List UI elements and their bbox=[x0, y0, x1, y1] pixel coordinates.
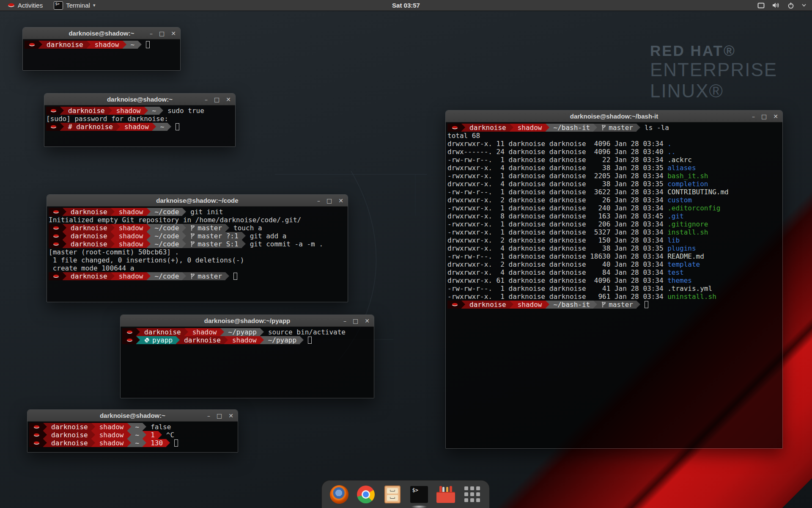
redhat-icon bbox=[29, 42, 35, 47]
prompt-segment-label: 130 bbox=[151, 439, 163, 447]
maximize-button[interactable]: □ bbox=[761, 113, 767, 119]
terminal-content[interactable]: darknoiseshadow~/bash-itmasterls -latota… bbox=[446, 122, 782, 448]
command-text: ^C bbox=[162, 431, 174, 439]
ls-row-meta: -rwxrwxr-x. 1 darknoise darknoise 206 Ja… bbox=[447, 220, 667, 228]
ls-row-filename: .editorconfig bbox=[667, 204, 720, 212]
app-menu-terminal[interactable]: $> Terminal ▾ bbox=[49, 0, 99, 11]
dock-item-toolbox[interactable] bbox=[436, 485, 455, 504]
close-button[interactable]: ✕ bbox=[338, 198, 343, 204]
close-button[interactable]: ✕ bbox=[228, 413, 233, 419]
rhel-logo-enterprise: ENTERPRISE bbox=[650, 59, 777, 80]
window-titlebar[interactable]: darknoise@shadow:~–□✕ bbox=[27, 410, 238, 422]
chrome-icon bbox=[357, 486, 375, 503]
minimize-button[interactable]: – bbox=[205, 97, 208, 102]
dock-item-files[interactable] bbox=[383, 485, 402, 504]
system-status-area[interactable] bbox=[757, 2, 812, 9]
prompt-segment: shadow bbox=[115, 240, 147, 248]
powerline-arrow-icon bbox=[136, 336, 140, 344]
prompt-segment-label: darknoise bbox=[51, 431, 88, 439]
powerline-arrow-icon bbox=[111, 232, 115, 240]
terminal-content[interactable]: darknoiseshadow~ bbox=[23, 39, 180, 70]
powerline-arrow-icon bbox=[220, 328, 224, 336]
terminal-content[interactable]: darknoiseshadow~/codegit initInitialized… bbox=[47, 207, 348, 302]
ls-row-filename: bash_it.sh bbox=[667, 172, 708, 180]
ls-row-filename: template bbox=[667, 260, 700, 268]
window-buttons: –□✕ bbox=[207, 410, 233, 422]
terminal-line: -rwxrwxr-x. 1 darknoise darknoise 961 Ja… bbox=[447, 293, 781, 301]
close-button[interactable]: ✕ bbox=[773, 113, 778, 119]
terminal-line: -rw-rw-r--. 1 darknoise darknoise 18630 … bbox=[447, 252, 781, 260]
powerline-arrow-icon bbox=[63, 232, 66, 240]
prompt-segment-label: ~/pyapp bbox=[268, 336, 296, 344]
window-title: darknoise@shadow:~/code bbox=[156, 197, 238, 204]
window-titlebar[interactable]: darknoise@shadow:~/bash-it–□✕ bbox=[446, 110, 782, 122]
powerline-arrow-icon bbox=[176, 336, 180, 344]
prompt-segment bbox=[49, 232, 63, 240]
terminal-line: 1 file changed, 0 insertions(+), 0 delet… bbox=[49, 256, 346, 264]
prompt-segment: shadow bbox=[95, 431, 127, 439]
minimize-button[interactable]: – bbox=[207, 413, 210, 419]
prompt-segment: darknoise bbox=[66, 240, 111, 248]
minimize-button[interactable]: – bbox=[752, 113, 755, 119]
prompt-segment-label: ~ bbox=[135, 423, 140, 431]
prompt-segment-label: master bbox=[198, 224, 222, 232]
terminal-content[interactable]: darknoiseshadow~/pyappsource bin/activat… bbox=[121, 327, 374, 398]
prompt-segment: shadow bbox=[91, 41, 123, 49]
maximize-button[interactable]: □ bbox=[214, 97, 219, 102]
maximize-button[interactable]: □ bbox=[353, 318, 358, 324]
chevron-down-icon: ▾ bbox=[93, 3, 96, 8]
powerline-arrow-icon bbox=[144, 107, 148, 115]
command-text: touch a bbox=[229, 224, 262, 232]
terminal-content[interactable]: darknoiseshadow~sudo true[sudo] password… bbox=[44, 105, 235, 146]
minimize-button[interactable]: – bbox=[150, 30, 153, 36]
powerline-arrow-icon bbox=[123, 41, 126, 49]
dock-item-chrome[interactable] bbox=[356, 485, 376, 504]
window-titlebar[interactable]: darknoise@shadow:~–□✕ bbox=[23, 28, 180, 39]
prompt-segment: ~/code bbox=[151, 224, 183, 232]
git-branch-icon bbox=[601, 125, 606, 131]
terminal-line: total 68 bbox=[447, 132, 781, 140]
prompt-segment-label: shadow bbox=[119, 224, 143, 232]
dock-item-firefox[interactable] bbox=[329, 485, 349, 504]
prompt-segment-label: ~/bash-it bbox=[554, 124, 590, 132]
prompt-segment-label: shadow bbox=[518, 124, 542, 132]
prompt-segment-label: shadow bbox=[124, 123, 149, 131]
ls-row-meta: drwxrwxr-x. 2 darknoise darknoise 40 Jan… bbox=[447, 260, 667, 268]
window-titlebar[interactable]: darknoise@shadow:~/pyapp–□✕ bbox=[121, 315, 374, 327]
powerline-arrow-icon bbox=[546, 124, 549, 132]
dock-item-app-grid[interactable] bbox=[463, 485, 482, 504]
git-branch-icon bbox=[190, 225, 195, 231]
window-titlebar[interactable]: darknoise@shadow:~–□✕ bbox=[44, 94, 235, 105]
close-button[interactable]: ✕ bbox=[365, 318, 370, 324]
powerline-arrow-icon bbox=[224, 336, 228, 344]
powerline-arrow-icon bbox=[43, 431, 47, 439]
prompt-segment-label: shadow bbox=[99, 431, 124, 439]
terminal-content[interactable]: darknoiseshadow~falsedarknoiseshadow~1^C… bbox=[27, 422, 238, 452]
maximize-button[interactable]: □ bbox=[159, 30, 165, 36]
dock-item-terminal[interactable]: $> bbox=[409, 485, 429, 504]
ls-row-filename: uninstall.sh bbox=[667, 293, 716, 301]
ls-row-filename: aliases bbox=[667, 164, 696, 172]
prompt-segment-label: shadow bbox=[232, 336, 257, 344]
ls-row-meta: -rwxrwxr-x. 1 darknoise darknoise 240 Ja… bbox=[447, 204, 667, 212]
powerline-arrow-icon bbox=[593, 301, 597, 309]
powerline-arrow-icon bbox=[91, 439, 95, 447]
close-button[interactable]: ✕ bbox=[171, 30, 176, 36]
close-button[interactable]: ✕ bbox=[226, 97, 231, 102]
powerline-arrow-icon bbox=[116, 123, 120, 131]
prompt-segment: ~/bash-it bbox=[549, 124, 594, 132]
powerline-arrow-icon bbox=[147, 208, 151, 216]
prompt-segment: ~ bbox=[126, 41, 138, 49]
maximize-button[interactable]: □ bbox=[217, 413, 222, 419]
window-title: darknoise@shadow:~/pyapp bbox=[204, 317, 290, 324]
activities-button[interactable]: Activities bbox=[4, 0, 46, 11]
prompt-segment-label: shadow bbox=[119, 272, 143, 280]
ls-row-meta: -rw-rw-r--. 1 darknoise darknoise 22 Jan… bbox=[447, 156, 667, 164]
command-text: sudo true bbox=[163, 107, 204, 115]
maximize-button[interactable]: □ bbox=[326, 198, 332, 204]
minimize-button[interactable]: – bbox=[317, 198, 320, 204]
window-titlebar[interactable]: darknoise@shadow:~/code–□✕ bbox=[47, 195, 348, 207]
terminal-line: # darknoiseshadow~ bbox=[46, 123, 233, 131]
clock[interactable]: Sat 03:57 bbox=[392, 2, 420, 9]
minimize-button[interactable]: – bbox=[343, 318, 346, 324]
